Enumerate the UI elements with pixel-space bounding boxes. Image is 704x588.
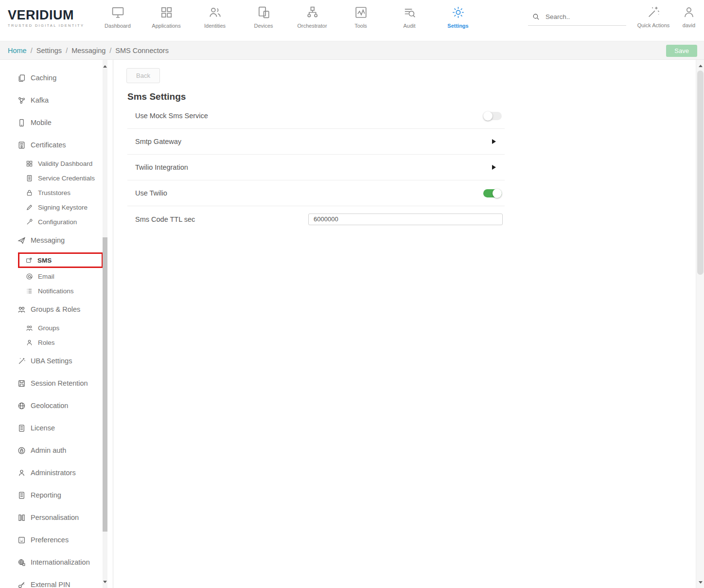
external-pin-icon <box>18 581 26 588</box>
validity-dashboard-icon <box>26 160 33 167</box>
breadcrumb-separator: / <box>109 47 111 54</box>
sidebar-item-admin-auth[interactable]: Admin auth <box>0 439 113 462</box>
kafka-icon <box>18 96 26 105</box>
quick-actions-button[interactable]: Quick Actions <box>634 5 672 28</box>
settings-rows: Use Mock Sms Service Smtp Gateway Twilio… <box>127 103 505 232</box>
sms-icon <box>25 257 33 264</box>
breadcrumb-settings[interactable]: Settings <box>36 47 62 54</box>
email-icon <box>26 273 33 280</box>
sidebar-item-roles[interactable]: Roles <box>0 335 113 350</box>
use-twilio-toggle[interactable] <box>483 189 502 197</box>
use-mock-sms-service-toggle[interactable] <box>483 112 502 120</box>
settings-gear-icon <box>451 5 465 19</box>
sidebar-item-validity-dashboard[interactable]: Validity Dashboard <box>0 156 113 171</box>
admin-auth-icon <box>18 446 26 455</box>
applications-icon <box>159 5 174 19</box>
sidebar-item-notifications[interactable]: Notifications <box>0 284 113 298</box>
save-button[interactable]: Save <box>666 45 697 57</box>
preferences-icon <box>18 536 26 544</box>
sidebar-item-caching[interactable]: Caching <box>0 67 113 89</box>
identities-icon <box>208 5 222 19</box>
breadcrumb-sms-connectors: SMS Connectors <box>115 47 169 54</box>
sidebar-item-kafka[interactable]: Kafka <box>0 89 113 111</box>
sidebar-item-certificates[interactable]: Certificates <box>0 134 113 156</box>
sidebar-item-license[interactable]: License <box>0 417 113 439</box>
page-scroll-down-icon[interactable] <box>696 578 704 586</box>
setting-row-smtp-gateway[interactable]: Smtp Gateway <box>127 129 505 155</box>
global-search <box>528 13 626 26</box>
configuration-icon <box>26 218 33 226</box>
notifications-icon <box>26 287 33 295</box>
page-scroll-up-icon[interactable] <box>696 62 704 70</box>
roles-icon <box>26 339 33 346</box>
brand-name: VERIDIUM <box>8 8 84 23</box>
breadcrumb-home[interactable]: Home <box>8 47 27 54</box>
expand-arrow-icon[interactable] <box>492 139 496 144</box>
sidebar-scrollbar-thumb[interactable] <box>103 237 107 532</box>
personalisation-icon <box>18 514 26 522</box>
magic-wand-icon <box>647 5 660 19</box>
sidebar-item-signing-keystore[interactable]: Signing Keystore <box>0 200 113 214</box>
sidebar-item-sms[interactable]: SMS <box>18 252 103 268</box>
nav-item-settings[interactable]: Settings <box>434 5 482 29</box>
setting-row-sms-code-ttl: Sms Code TTL sec <box>127 206 505 232</box>
back-button[interactable]: Back <box>126 68 160 83</box>
sidebar-item-reporting[interactable]: Reporting <box>0 484 113 506</box>
sidebar-item-groups-roles[interactable]: Groups & Roles <box>0 298 113 321</box>
reporting-icon <box>18 491 26 499</box>
sidebar-item-external-pin[interactable]: External PIN <box>0 573 113 588</box>
sidebar-item-mobile[interactable]: Mobile <box>0 111 113 134</box>
tools-icon <box>354 5 368 19</box>
breadcrumb-messaging[interactable]: Messaging <box>71 47 106 54</box>
user-menu[interactable]: david <box>677 5 701 28</box>
setting-row-use-mock-sms-service: Use Mock Sms Service <box>127 103 505 129</box>
sidebar-item-session-retention[interactable]: Session Retention <box>0 372 113 394</box>
caching-icon <box>18 74 26 82</box>
sidebar-item-service-credentials[interactable]: Service Credentials <box>0 171 113 185</box>
nav-item-applications[interactable]: Applications <box>142 5 191 29</box>
sms-settings-panel: Back Sms Settings Use Mock Sms Service S… <box>113 60 704 588</box>
service-credentials-icon <box>26 175 33 182</box>
sidebar-item-uba-settings[interactable]: UBA Settings <box>0 350 113 372</box>
license-icon <box>18 424 26 432</box>
app-window: VERIDIUM TRUSTED DIGITAL IDENTITY Dashbo… <box>0 0 704 588</box>
setting-row-use-twilio: Use Twilio <box>127 180 505 206</box>
dashboard-icon <box>111 5 125 19</box>
nav-item-tools[interactable]: Tools <box>336 5 385 29</box>
sidebar-item-personalisation[interactable]: Personalisation <box>0 506 113 529</box>
nav-item-identities[interactable]: Identities <box>191 5 239 29</box>
sidebar-item-groups[interactable]: Groups <box>0 321 113 335</box>
sidebar-item-internationalization[interactable]: Internationalization <box>0 551 113 573</box>
nav-item-dashboard[interactable]: Dashboard <box>93 5 142 29</box>
sidebar-item-administrators[interactable]: Administrators <box>0 462 113 484</box>
audit-icon <box>403 5 417 19</box>
top-navigation-bar: VERIDIUM TRUSTED DIGITAL IDENTITY Dashbo… <box>0 0 704 41</box>
setting-row-twilio-integration[interactable]: Twilio Integration <box>127 155 505 180</box>
expand-arrow-icon[interactable] <box>492 165 496 170</box>
geolocation-icon <box>18 402 26 410</box>
veridium-logo[interactable]: VERIDIUM TRUSTED DIGITAL IDENTITY <box>8 8 84 28</box>
groups-icon <box>26 324 33 332</box>
page-scrollbar[interactable] <box>696 60 704 588</box>
breadcrumb-bar: Home / Settings / Messaging / SMS Connec… <box>0 41 704 60</box>
nav-item-orchestrator[interactable]: Orchestrator <box>288 5 336 29</box>
nav-item-audit[interactable]: Audit <box>385 5 434 29</box>
nav-item-devices[interactable]: Devices <box>239 5 288 29</box>
mobile-icon <box>18 119 26 127</box>
sidebar-scroll-down-icon[interactable] <box>103 578 107 585</box>
search-icon[interactable] <box>532 13 540 21</box>
search-input[interactable] <box>546 13 618 20</box>
sidebar-item-preferences[interactable]: Preferences <box>0 529 113 551</box>
sms-code-ttl-input[interactable] <box>308 214 503 225</box>
sidebar-item-configuration[interactable]: Configuration <box>0 214 113 229</box>
sidebar-scroll-up-icon[interactable] <box>103 63 107 70</box>
messaging-icon <box>18 236 26 245</box>
page-scrollbar-thumb[interactable] <box>697 71 704 275</box>
administrators-icon <box>18 469 26 477</box>
sidebar-item-geolocation[interactable]: Geolocation <box>0 394 113 417</box>
orchestrator-icon <box>305 5 319 19</box>
sidebar-item-truststores[interactable]: Truststores <box>0 185 113 200</box>
sidebar-item-messaging[interactable]: Messaging <box>0 229 113 251</box>
toggle-knob <box>483 111 493 121</box>
sidebar-item-email[interactable]: Email <box>0 269 113 284</box>
